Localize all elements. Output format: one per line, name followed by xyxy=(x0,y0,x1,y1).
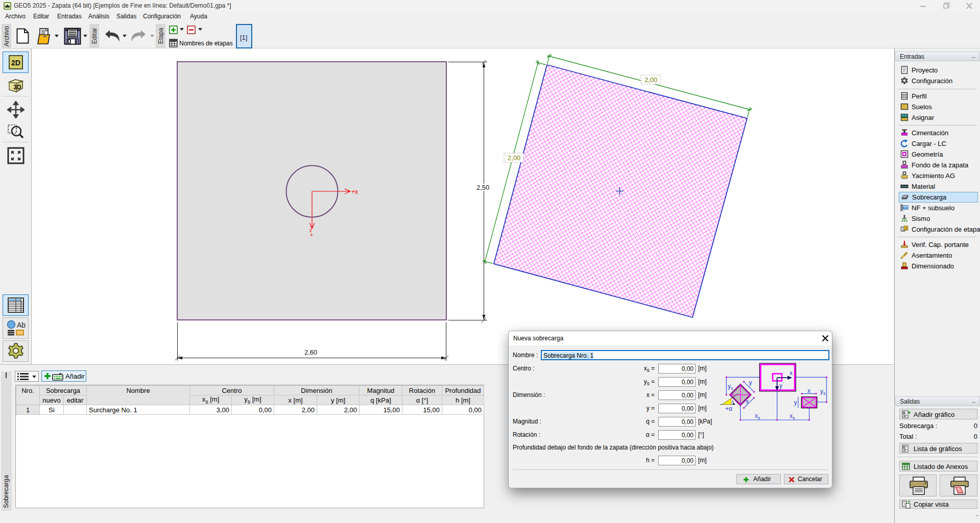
svg-text:xs: xs xyxy=(755,412,760,420)
svg-text:+α: +α xyxy=(725,405,732,412)
svg-text:Ab: Ab xyxy=(17,321,26,329)
svg-text:x: x xyxy=(807,387,810,394)
svg-text:+x: +x xyxy=(351,188,358,195)
svg-text:2,00: 2,00 xyxy=(644,76,657,84)
svg-text:x: x xyxy=(746,398,749,405)
svg-text:y: y xyxy=(749,379,752,386)
svg-text:xs: xs xyxy=(790,412,795,420)
svg-text:x: x xyxy=(790,369,793,377)
svg-text:2,50: 2,50 xyxy=(476,184,489,191)
svg-text:1: 1 xyxy=(902,227,904,232)
svg-text:2,00: 2,00 xyxy=(508,154,520,162)
svg-text:y: y xyxy=(779,382,782,389)
svg-text:ys: ys xyxy=(728,383,733,391)
svg-text:2D: 2D xyxy=(11,59,20,67)
svg-text:ys: ys xyxy=(820,388,826,396)
svg-text:3D: 3D xyxy=(13,84,21,91)
svg-text:2: 2 xyxy=(905,226,907,231)
svg-text:y: y xyxy=(794,399,797,406)
svg-text:2,60: 2,60 xyxy=(304,348,317,356)
svg-text:+: + xyxy=(310,232,313,238)
